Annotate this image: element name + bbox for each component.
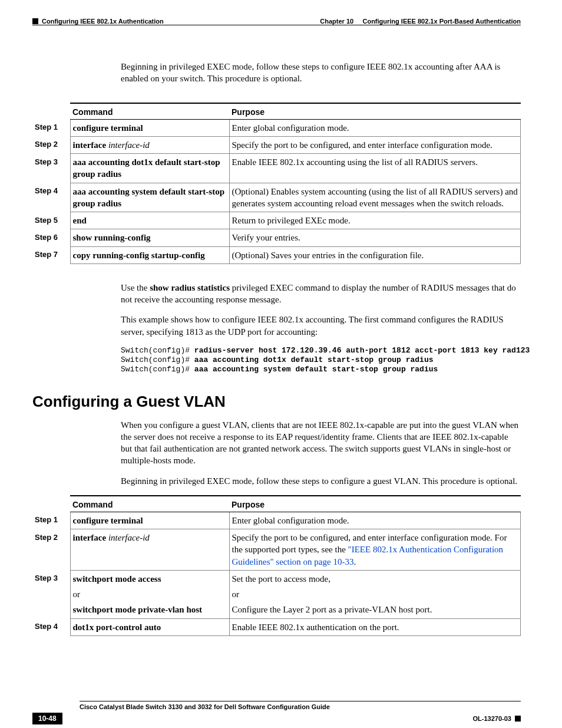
table-row-command: aaa accounting system default start-stop… [70, 183, 229, 212]
header-chapter: Chapter 10 [320, 18, 353, 25]
page-number: 10-48 [32, 713, 62, 724]
header-marker-icon [32, 18, 38, 24]
table-row-command: interface interface-id [70, 529, 229, 571]
table-row-command: configure terminal [70, 119, 229, 136]
table2-command-header: Command [70, 496, 229, 512]
table-row-step: Step 4 [32, 183, 70, 212]
table-row-purpose: Specify the port to be configured, and e… [229, 136, 521, 153]
table-row-step: Step 3 [32, 154, 70, 183]
table-row-command: end [70, 212, 229, 229]
table1-purpose-header: Purpose [229, 103, 521, 120]
table-row-step: Step 7 [32, 246, 70, 263]
table-row-command: aaa accounting dot1x default start-stop … [70, 154, 229, 183]
table-row-step: Step 1 [32, 512, 70, 529]
table-row-purpose: Set the port to access mode, or Configur… [229, 570, 521, 618]
section-heading-guest-vlan: Configuring a Guest VLAN [32, 393, 521, 411]
footer-doc-id: OL-13270-03 [473, 715, 511, 722]
page-footer: Cisco Catalyst Blade Switch 3130 and 303… [32, 701, 521, 724]
table-row-step: Step 6 [32, 229, 70, 246]
table-row-command: show running-config [70, 229, 229, 246]
table-row-purpose: Enter global configuration mode. [229, 119, 521, 136]
table-row-command: copy running-config startup-config [70, 246, 229, 263]
intro-paragraph: Beginning in privileged EXEC mode, follo… [121, 61, 521, 85]
table-row-command: dot1x port-control auto [70, 618, 229, 635]
guest-vlan-steps-table: Command Purpose Step 1 configure termina… [32, 495, 521, 636]
table-row-step: Step 2 [32, 529, 70, 571]
table-row-step: Step 1 [32, 119, 70, 136]
cli-example: Switch(config)# radius-server host 172.1… [121, 346, 521, 375]
header-left-text: Configuring IEEE 802.1x Authentication [42, 18, 164, 25]
example-intro-paragraph: This example shows how to configure IEEE… [121, 314, 521, 338]
table1-command-header: Command [70, 103, 229, 120]
header-chapter-title: Configuring IEEE 802.1x Port-Based Authe… [362, 18, 521, 25]
footer-doc-title: Cisco Catalyst Blade Switch 3130 and 303… [80, 703, 521, 710]
guest-vlan-paragraph-2: Beginning in privileged EXEC mode, follo… [121, 475, 521, 487]
guest-vlan-paragraph-1: When you configure a guest VLAN, clients… [121, 419, 521, 467]
table-row-purpose: Specify the port to be configured, and e… [229, 529, 521, 571]
table-row-command: switchport mode access or switchport mod… [70, 570, 229, 618]
table-row-purpose: Verify your entries. [229, 229, 521, 246]
accounting-steps-table: Command Purpose Step 1 configure termina… [32, 103, 521, 264]
table-row-purpose: Enter global configuration mode. [229, 512, 521, 529]
table-row-step: Step 3 [32, 570, 70, 618]
table2-purpose-header: Purpose [229, 496, 521, 512]
running-header: Configuring IEEE 802.1x Authentication C… [32, 18, 521, 25]
table-row-purpose: Enable IEEE 802.1x accounting using the … [229, 154, 521, 183]
table-row-command: interface interface-id [70, 136, 229, 153]
show-radius-paragraph: Use the show radius statistics privilege… [121, 282, 521, 306]
table-row-purpose: (Optional) Saves your entries in the con… [229, 246, 521, 263]
table-row-purpose: Return to privileged EXEc mode. [229, 212, 521, 229]
table-row-step: Step 2 [32, 136, 70, 153]
table-row-step: Step 4 [32, 618, 70, 635]
footer-marker-icon [515, 716, 521, 722]
table-row-purpose: (Optional) Enables system accounting (us… [229, 183, 521, 212]
table-row-purpose: Enable IEEE 802.1x authentication on the… [229, 618, 521, 635]
table-row-command: configure terminal [70, 512, 229, 529]
table-row-step: Step 5 [32, 212, 70, 229]
